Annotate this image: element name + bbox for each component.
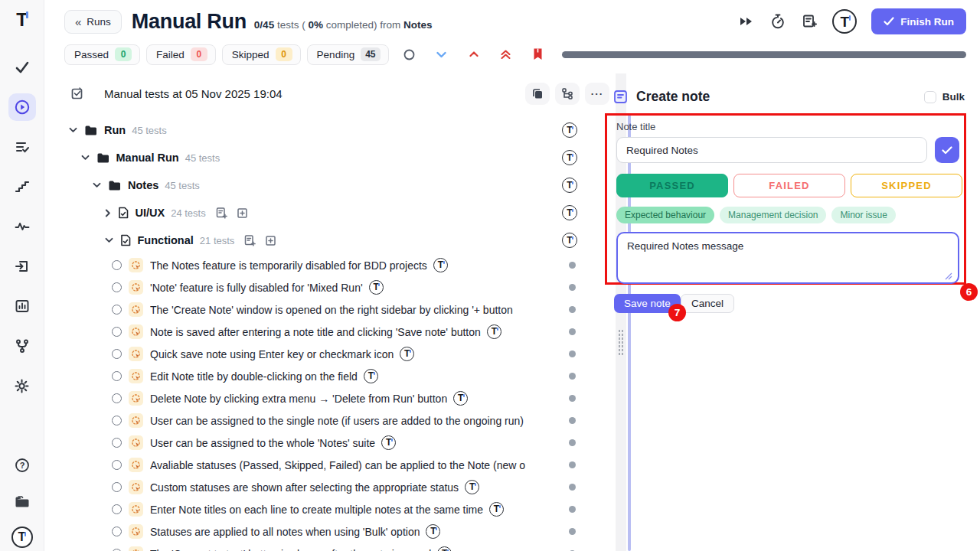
app-logo[interactable]: T xyxy=(8,6,36,34)
test-logo-icon[interactable]: T xyxy=(364,369,379,384)
runs-play-icon[interactable] xyxy=(8,93,36,121)
test-title[interactable]: User can be assigned to the single note … xyxy=(150,415,524,427)
test-state-dot[interactable] xyxy=(569,439,576,446)
fast-forward-icon[interactable] xyxy=(738,15,755,28)
test-status-radio[interactable] xyxy=(112,482,122,492)
test-title[interactable]: The 'Create Note' window is opened on th… xyxy=(150,304,513,316)
cancel-button[interactable]: Cancel xyxy=(681,294,734,313)
test-logo-icon[interactable]: T xyxy=(437,546,452,551)
test-logo-icon[interactable]: T xyxy=(453,391,469,406)
tag-minor-issue[interactable]: Minor issue xyxy=(831,207,895,223)
workspace-logo[interactable]: T xyxy=(8,523,36,551)
test-title[interactable]: Edit Note title by double-clicking on th… xyxy=(150,370,358,383)
collapse-up-icon[interactable] xyxy=(466,51,482,57)
test-title[interactable]: Statuses are applied to all notes when u… xyxy=(150,526,420,538)
test-status-radio[interactable] xyxy=(112,527,122,536)
plans-list-icon[interactable] xyxy=(8,133,36,161)
test-logo-icon[interactable]: T xyxy=(426,524,441,540)
test-status-radio[interactable] xyxy=(112,305,122,315)
test-state-dot[interactable] xyxy=(569,328,576,335)
test-title[interactable]: The Notes feature is temporarily disable… xyxy=(150,259,427,272)
test-status-radio[interactable] xyxy=(112,327,122,337)
filter-chip-pending[interactable]: Pending 45 xyxy=(307,44,389,65)
suite-logo-icon[interactable]: T xyxy=(562,178,577,193)
test-status-radio[interactable] xyxy=(112,393,122,403)
add-note-icon[interactable] xyxy=(801,13,818,30)
import-icon[interactable] xyxy=(8,253,36,280)
test-state-dot[interactable] xyxy=(569,306,576,313)
suite-row-ui-ux[interactable]: UI/UX24 testsT xyxy=(64,199,611,227)
chevron-down-icon[interactable] xyxy=(69,127,77,133)
status-skipped-button[interactable]: SKIPPED xyxy=(851,174,962,197)
finish-run-button[interactable]: Finish Run xyxy=(871,8,966,34)
test-state-dot[interactable] xyxy=(569,506,576,513)
test-row[interactable]: Avaliable statuses (Passed, Skipped, Fai… xyxy=(64,454,611,476)
chevron-right-icon[interactable] xyxy=(105,209,111,217)
test-row[interactable]: The 'Create Note' window is opened on th… xyxy=(64,298,611,321)
test-logo-icon[interactable]: T xyxy=(465,480,480,495)
test-title[interactable]: User can be assigned to the whole 'Notes… xyxy=(150,437,375,449)
note-title-input[interactable] xyxy=(616,137,927,163)
test-title[interactable]: Delete Note by clicking extra menu → 'De… xyxy=(150,393,447,405)
status-failed-button[interactable]: FAILED xyxy=(733,174,845,197)
pulse-icon[interactable] xyxy=(8,213,36,240)
test-state-dot[interactable] xyxy=(569,262,576,269)
test-status-radio[interactable] xyxy=(112,416,122,425)
test-row[interactable]: Enter Note titles on each line to create… xyxy=(64,498,611,520)
test-row[interactable]: Delete Note by clicking extra menu → 'De… xyxy=(64,387,611,409)
suite-logo-icon[interactable]: T xyxy=(562,122,577,138)
add-note-to-suite-icon[interactable] xyxy=(215,207,227,219)
tag-management-decision[interactable]: Management decision xyxy=(720,207,826,223)
test-row[interactable]: Edit Note title by double-clicking on th… xyxy=(64,365,611,387)
collapse-all-icon[interactable] xyxy=(498,50,514,60)
select-all-icon[interactable] xyxy=(70,86,84,100)
quick-save-check-button[interactable] xyxy=(935,137,959,163)
test-state-dot[interactable] xyxy=(569,528,576,535)
test-status-radio[interactable] xyxy=(112,371,122,381)
test-row[interactable]: The 'Convert to test' button is shown af… xyxy=(64,543,611,551)
test-logo-icon[interactable]: T xyxy=(369,280,384,295)
back-to-runs-button[interactable]: « Runs xyxy=(64,10,122,34)
tests-check-icon[interactable] xyxy=(8,54,36,81)
chevron-down-icon[interactable] xyxy=(105,237,113,243)
test-title[interactable]: Quick save note using Enter key or check… xyxy=(150,348,394,360)
test-logo-icon[interactable]: T xyxy=(433,258,449,273)
folder-row-notes[interactable]: Notes45 testsT xyxy=(64,171,611,199)
test-title[interactable]: The 'Convert to test' button is shown af… xyxy=(150,548,431,551)
test-state-dot[interactable] xyxy=(569,461,576,468)
test-state-dot[interactable] xyxy=(569,284,576,291)
test-status-radio[interactable] xyxy=(112,438,122,448)
status-passed-button[interactable]: PASSED xyxy=(616,174,728,197)
tag-expected-behaviour[interactable]: Expected behaviour xyxy=(616,207,714,223)
add-note-to-suite-icon[interactable] xyxy=(243,234,256,246)
test-state-dot[interactable] xyxy=(569,484,576,491)
filter-chip-failed[interactable]: Failed 0 xyxy=(146,44,216,65)
test-status-radio[interactable] xyxy=(112,460,122,470)
folder-row-manual-run[interactable]: Manual Run45 testsT xyxy=(64,144,611,171)
suite-row-functional[interactable]: Functional21 testsT xyxy=(64,227,611,254)
test-state-dot[interactable] xyxy=(569,395,576,402)
test-logo-icon[interactable]: T xyxy=(381,435,397,451)
suite-logo-icon[interactable]: T xyxy=(562,233,577,248)
chevron-down-icon[interactable] xyxy=(93,182,101,188)
steps-icon[interactable] xyxy=(8,173,36,201)
projects-folder-icon[interactable] xyxy=(8,488,36,516)
test-logo-icon[interactable]: T xyxy=(487,324,502,340)
bulk-toggle[interactable]: Bulk xyxy=(924,91,965,103)
test-title[interactable]: Note is saved after entering a note titl… xyxy=(150,326,481,338)
test-logo-icon[interactable]: T xyxy=(400,347,415,362)
test-title[interactable]: Custom statuses are shown after selectin… xyxy=(150,481,459,494)
test-status-radio[interactable] xyxy=(112,282,122,292)
test-row[interactable]: 'Note' feature is fully disabled for 'Mi… xyxy=(64,276,611,298)
test-row[interactable]: Quick save note using Enter key or check… xyxy=(64,343,611,365)
suite-logo-icon[interactable]: T xyxy=(562,150,577,165)
help-icon[interactable]: ? xyxy=(8,452,36,479)
run-logo-icon[interactable]: T xyxy=(832,9,857,34)
test-title[interactable]: Enter Note titles on each line to create… xyxy=(150,504,483,516)
test-row[interactable]: Custom statuses are shown after selectin… xyxy=(64,476,611,498)
add-test-icon[interactable] xyxy=(265,235,276,246)
expand-down-icon[interactable] xyxy=(433,51,450,58)
timer-icon[interactable] xyxy=(769,13,786,30)
filter-chip-skipped[interactable]: Skipped 0 xyxy=(222,44,301,65)
test-status-radio[interactable] xyxy=(112,260,122,270)
